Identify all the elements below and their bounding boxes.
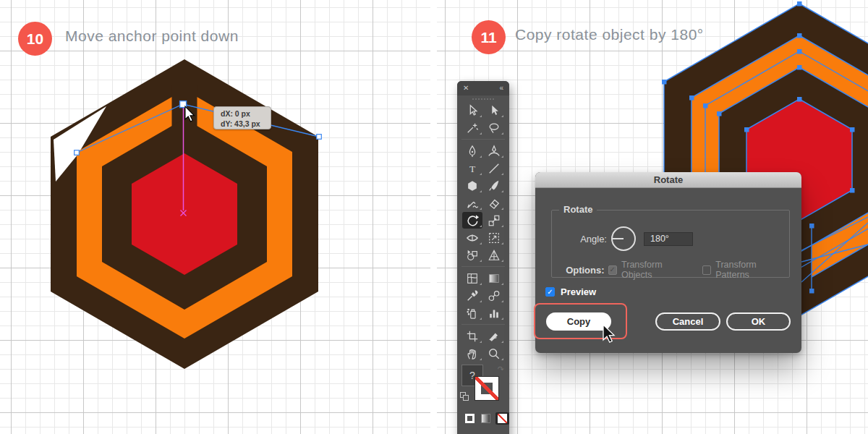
step-10-number: 10 — [27, 30, 43, 48]
anchor-point-left[interactable] — [75, 150, 80, 156]
lasso-tool[interactable] — [484, 119, 504, 136]
none-mode-button[interactable] — [495, 412, 509, 425]
perspective-grid-tool[interactable] — [484, 247, 504, 263]
blend-tool[interactable] — [484, 287, 504, 304]
gradient-mode-button[interactable] — [479, 412, 493, 425]
angle-dial-icon[interactable] — [611, 226, 636, 251]
step-11-title: Copy rotate object by 180° — [515, 26, 704, 43]
stroke-swatch-none[interactable] — [475, 376, 499, 401]
column-graph-tool[interactable] — [484, 305, 504, 321]
copy-button[interactable]: Copy — [546, 312, 611, 331]
svg-text:T: T — [469, 163, 476, 174]
tools-grid: T — [457, 102, 509, 362]
paintbrush-tool[interactable] — [484, 177, 504, 194]
mesh-tool[interactable] — [462, 270, 482, 286]
curvature-tool[interactable] — [484, 142, 504, 159]
color-mode-buttons — [457, 411, 509, 425]
rotate-group-label: Rotate — [559, 204, 597, 215]
tutorial-canvas: 10 Move anchor point down 11 Copy rotate… — [0, 0, 868, 434]
drag-handle[interactable] — [472, 98, 494, 101]
transform-objects-label: Transform Objects — [621, 260, 692, 280]
eraser-tool[interactable] — [484, 195, 504, 211]
eyedropper-tool[interactable] — [462, 287, 482, 304]
slice-tool[interactable] — [484, 328, 504, 344]
anchor-point-right[interactable] — [317, 135, 322, 140]
transform-objects-checkbox[interactable]: ✓ — [608, 265, 618, 275]
options-label: Options: — [552, 265, 605, 276]
collapse-icon[interactable]: « — [499, 85, 503, 92]
direct-selection-tool[interactable] — [484, 102, 504, 119]
measurement-tooltip: dX: 0 px dY: 43,3 px — [213, 106, 271, 129]
symbol-sprayer-tool[interactable] — [462, 305, 482, 321]
polygon-tool[interactable] — [462, 177, 482, 194]
zoom-tool[interactable] — [484, 345, 504, 362]
dialog-titlebar[interactable]: Rotate — [535, 172, 801, 188]
gradient-tool[interactable] — [484, 270, 504, 286]
shaper-tool[interactable] — [462, 195, 482, 211]
tooltip-dy: dY: 43,3 px — [221, 119, 271, 129]
panel-divider — [430, 0, 437, 434]
shape-builder-tool[interactable] — [462, 247, 482, 263]
pen-tool[interactable] — [462, 142, 482, 159]
tooltip-dx: dX: 0 px — [221, 109, 271, 119]
transform-patterns-checkbox[interactable] — [702, 265, 712, 275]
artboard-tool[interactable] — [462, 328, 482, 344]
hand-tool[interactable] — [462, 345, 482, 362]
step-11-number: 11 — [480, 29, 496, 46]
cancel-button[interactable]: Cancel — [655, 312, 720, 331]
tools-panel: ✕ « T — [457, 81, 509, 434]
rotate-dialog: Rotate Rotate Angle: Options: ✓ Transfor… — [535, 172, 801, 353]
default-fill-stroke-icon[interactable] — [460, 392, 470, 402]
rotate-tool[interactable] — [462, 212, 482, 229]
angle-input[interactable] — [644, 232, 693, 246]
tools-separator — [461, 139, 505, 140]
close-icon[interactable]: ✕ — [463, 85, 469, 92]
tools-separator — [461, 324, 505, 325]
preview-label: Preview — [561, 286, 596, 297]
free-transform-tool[interactable] — [484, 229, 504, 246]
swap-fill-stroke-icon[interactable]: ↷ — [498, 365, 504, 374]
transform-patterns-label: Transform Patterns — [715, 260, 789, 280]
step-11-badge: 11 — [472, 20, 506, 54]
left-hexagon-artwork[interactable] — [51, 59, 321, 369]
scale-tool[interactable] — [484, 212, 504, 229]
magic-wand-tool[interactable] — [462, 119, 482, 136]
options-row: Options: ✓ Transform Objects Transform P… — [552, 260, 789, 280]
tools-panel-titlebar: ✕ « — [457, 81, 509, 95]
angle-label: Angle: — [552, 234, 607, 244]
fill-stroke-controls: ? ↷ — [460, 365, 506, 411]
angle-row: Angle: — [552, 226, 789, 251]
rotate-group-box: Rotate Angle: Options: ✓ Transform Objec… — [551, 210, 790, 278]
line-segment-tool[interactable] — [484, 160, 504, 176]
none-slash-icon — [475, 377, 498, 400]
type-tool[interactable]: T — [462, 160, 482, 176]
selection-tool[interactable] — [462, 102, 482, 119]
preview-checkbox[interactable]: ✓ — [545, 287, 555, 297]
step-10-title: Move anchor point down — [65, 27, 239, 45]
ok-button[interactable]: OK — [726, 312, 791, 331]
tools-separator — [461, 266, 505, 267]
width-tool[interactable] — [462, 229, 482, 246]
color-mode-button[interactable] — [463, 412, 477, 425]
step-10-badge: 10 — [18, 22, 52, 56]
dialog-title: Rotate — [654, 174, 683, 185]
preview-row: ✓ Preview — [545, 286, 596, 297]
